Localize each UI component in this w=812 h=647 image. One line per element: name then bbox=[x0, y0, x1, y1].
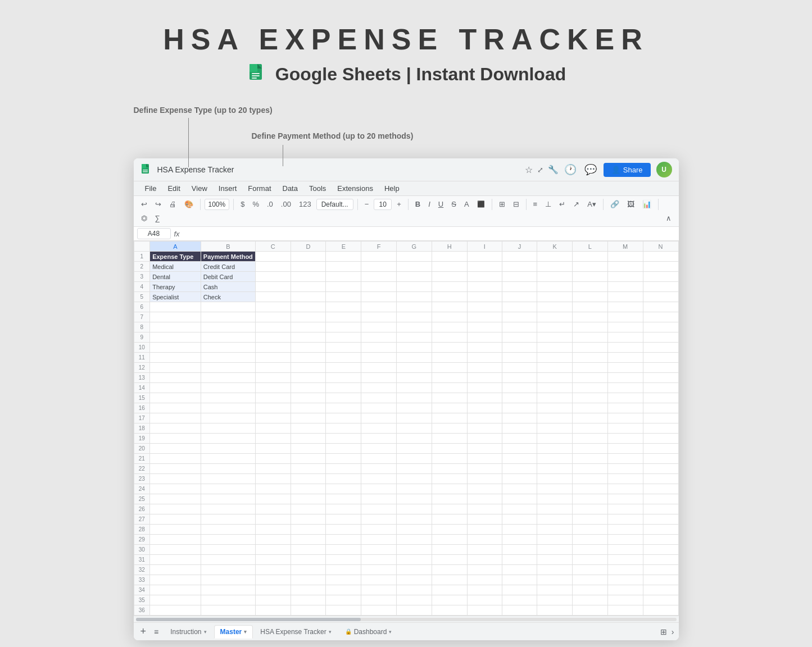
cell-a4[interactable]: Therapy bbox=[150, 282, 201, 292]
decimal-btn[interactable]: .0 bbox=[264, 198, 276, 210]
underline-btn[interactable]: U bbox=[436, 198, 446, 210]
print-btn[interactable]: 🖨 bbox=[166, 198, 179, 210]
cell-a3[interactable]: Dental bbox=[150, 272, 201, 282]
cell-a6[interactable] bbox=[150, 302, 201, 312]
scrollbar-thumb[interactable] bbox=[136, 618, 361, 621]
zoom-selector[interactable]: 100% bbox=[205, 199, 230, 210]
menu-edit[interactable]: Edit bbox=[163, 183, 184, 194]
chart-btn[interactable]: 📊 bbox=[639, 198, 654, 210]
cell-a21[interactable] bbox=[150, 454, 201, 464]
percent-btn[interactable]: % bbox=[250, 198, 262, 210]
menu-tools[interactable]: Tools bbox=[305, 183, 330, 194]
scrollbar-track[interactable] bbox=[136, 618, 677, 621]
number-btn[interactable]: 123 bbox=[296, 198, 314, 210]
col-header-i[interactable]: I bbox=[467, 242, 502, 252]
decrease-font-btn[interactable]: − bbox=[362, 198, 372, 210]
menu-view[interactable]: View bbox=[187, 183, 212, 194]
menu-data[interactable]: Data bbox=[278, 183, 302, 194]
cell-b18[interactable] bbox=[201, 423, 255, 434]
col-header-f[interactable]: F bbox=[361, 242, 397, 252]
cell-b3[interactable]: Debit Card bbox=[201, 272, 255, 282]
cell-b6[interactable] bbox=[201, 302, 255, 312]
cell-reference[interactable]: A48 bbox=[137, 228, 171, 239]
col-header-b[interactable]: B bbox=[201, 242, 255, 252]
filter-btn[interactable]: ⏣ bbox=[138, 212, 150, 224]
col-b-header[interactable]: Payment Method bbox=[201, 252, 255, 262]
highlight-btn[interactable]: ⬛ bbox=[474, 199, 488, 209]
tab-instruction[interactable]: Instruction ▾ bbox=[164, 625, 212, 639]
cell-b7[interactable] bbox=[201, 312, 255, 322]
col-header-l[interactable]: L bbox=[572, 242, 607, 252]
cell-a14[interactable] bbox=[150, 383, 201, 393]
link-btn[interactable]: 🔗 bbox=[607, 198, 622, 210]
menu-help[interactable]: Help bbox=[380, 183, 404, 194]
format-selector[interactable]: Default... bbox=[316, 199, 353, 210]
col-header-e[interactable]: E bbox=[326, 242, 361, 252]
col-header-k[interactable]: K bbox=[537, 242, 573, 252]
cell-b16[interactable] bbox=[201, 403, 255, 413]
horizontal-scrollbar[interactable] bbox=[134, 616, 679, 622]
strikethrough-btn[interactable]: S bbox=[448, 198, 459, 210]
cell-b19[interactable] bbox=[201, 434, 255, 444]
col-header-h[interactable]: H bbox=[432, 242, 467, 252]
col-header-j[interactable]: J bbox=[502, 242, 537, 252]
tab-hsa-expense-tracker[interactable]: HSA Expense Tracker ▾ bbox=[254, 625, 337, 639]
menu-file[interactable]: File bbox=[140, 183, 161, 194]
cell-b11[interactable] bbox=[201, 353, 255, 363]
col-header-a[interactable]: A bbox=[150, 242, 201, 252]
cell-a12[interactable] bbox=[150, 363, 201, 373]
cell-b9[interactable] bbox=[201, 332, 255, 343]
add-sheet-btn[interactable]: + bbox=[138, 623, 149, 640]
cell-b2[interactable]: Credit Card bbox=[201, 262, 255, 272]
col-header-n[interactable]: N bbox=[643, 242, 678, 252]
col-header-m[interactable]: M bbox=[607, 242, 643, 252]
decimal2-btn[interactable]: .00 bbox=[278, 198, 294, 210]
col-a-header[interactable]: Expense Type bbox=[150, 252, 201, 262]
cell-b14[interactable] bbox=[201, 383, 255, 393]
cell-b10[interactable] bbox=[201, 343, 255, 353]
cell-a15[interactable] bbox=[150, 393, 201, 403]
cell-a13[interactable] bbox=[150, 373, 201, 383]
bold-btn[interactable]: B bbox=[412, 198, 423, 210]
tab-nav-expand[interactable]: ⊞ bbox=[660, 627, 667, 636]
tab-master[interactable]: Master ▾ bbox=[214, 625, 253, 639]
increase-font-btn[interactable]: + bbox=[394, 198, 404, 210]
textcolor-btn[interactable]: A bbox=[461, 198, 472, 210]
cell-a2[interactable]: Medical bbox=[150, 262, 201, 272]
cell-b4[interactable]: Cash bbox=[201, 282, 255, 292]
cell-b17[interactable] bbox=[201, 413, 255, 423]
currency-btn[interactable]: $ bbox=[238, 198, 247, 210]
menu-insert[interactable]: Insert bbox=[214, 183, 242, 194]
cell-b5[interactable]: Check bbox=[201, 292, 255, 302]
valign-btn[interactable]: ⊥ bbox=[542, 198, 554, 210]
cell-a20[interactable] bbox=[150, 444, 201, 454]
cell-a16[interactable] bbox=[150, 403, 201, 413]
cell-a17[interactable] bbox=[150, 413, 201, 423]
cell-b13[interactable] bbox=[201, 373, 255, 383]
cell-a9[interactable] bbox=[150, 332, 201, 343]
col-header-g[interactable]: G bbox=[396, 242, 432, 252]
fontcolor2-btn[interactable]: A▾ bbox=[584, 198, 599, 210]
wrap-btn[interactable]: ↵ bbox=[556, 198, 568, 210]
cell-a5[interactable]: Specialist bbox=[150, 292, 201, 302]
menu-format[interactable]: Format bbox=[243, 183, 275, 194]
cell-b12[interactable] bbox=[201, 363, 255, 373]
col-header-c[interactable]: C bbox=[255, 242, 291, 252]
cell-a8[interactable] bbox=[150, 322, 201, 332]
cell-b21[interactable] bbox=[201, 454, 255, 464]
cell-a11[interactable] bbox=[150, 353, 201, 363]
cell-a19[interactable] bbox=[150, 434, 201, 444]
cell-b15[interactable] bbox=[201, 393, 255, 403]
rotate-btn[interactable]: ↗ bbox=[570, 198, 582, 210]
font-size[interactable]: 10 bbox=[374, 199, 392, 210]
border-btn[interactable]: ⊞ bbox=[496, 198, 508, 210]
cell-a18[interactable] bbox=[150, 423, 201, 434]
italic-btn[interactable]: I bbox=[425, 198, 433, 210]
merge-btn[interactable]: ⊟ bbox=[510, 198, 522, 210]
cell-a10[interactable] bbox=[150, 343, 201, 353]
cell-b20[interactable] bbox=[201, 444, 255, 454]
image-btn[interactable]: 🖼 bbox=[624, 198, 637, 210]
tab-dashboard[interactable]: 🔒 Dashboard ▾ bbox=[339, 625, 398, 639]
collapse-btn[interactable]: ∧ bbox=[663, 212, 674, 224]
paint-btn[interactable]: 🎨 bbox=[182, 198, 196, 210]
